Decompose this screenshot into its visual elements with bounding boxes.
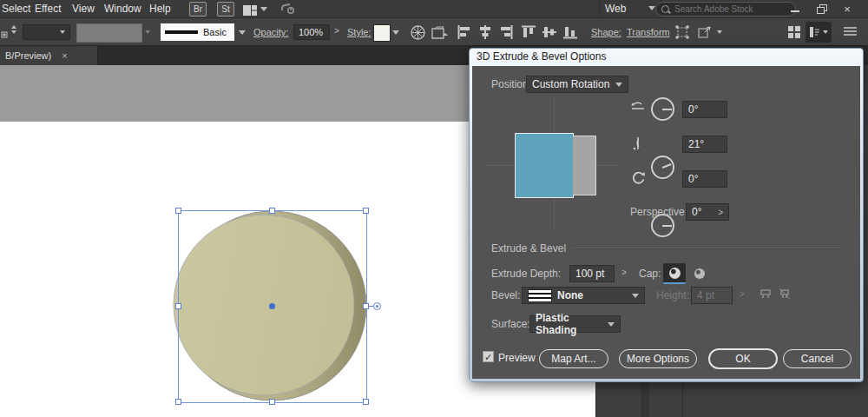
height-label: Height:	[656, 289, 689, 301]
minimize-button[interactable]	[786, 1, 805, 12]
menu-help[interactable]: Help	[149, 3, 171, 15]
arrange-documents-icon[interactable]	[788, 26, 800, 38]
step-down-icon	[11, 30, 16, 34]
menu-view[interactable]: View	[72, 3, 95, 15]
search-input[interactable]	[673, 3, 779, 15]
bevel-value: None	[557, 289, 583, 301]
align-right-icon[interactable]	[499, 25, 513, 39]
panel-menu-icon[interactable]	[844, 26, 857, 36]
stroke-chevron-icon[interactable]	[239, 30, 246, 35]
search-icon	[661, 5, 669, 13]
touch-workspace-icon[interactable]	[279, 3, 294, 18]
workspace-panel-button[interactable]	[806, 22, 832, 43]
cap-label: Cap:	[639, 268, 661, 280]
shape-label[interactable]: Shape:	[591, 27, 621, 37]
cancel-button[interactable]: Cancel	[783, 349, 852, 368]
workspace-layout-icon[interactable]	[243, 3, 257, 19]
selection-handle-sw[interactable]	[175, 399, 181, 405]
chevron-down-icon	[648, 6, 655, 10]
preview-checkbox[interactable]: ✓	[483, 351, 494, 362]
chevron-down-icon	[632, 294, 639, 298]
document-setup-icon[interactable]	[431, 26, 449, 39]
height-flyout-icon: >	[740, 289, 745, 299]
rotation-preview-area[interactable]	[488, 99, 620, 231]
menu-window[interactable]: Window	[104, 3, 141, 15]
opacity-label[interactable]: Opacity:	[253, 27, 288, 37]
chevron-down-icon[interactable]	[717, 30, 722, 34]
workspace-switcher-label: Web	[605, 3, 626, 15]
recolor-artwork-icon[interactable]	[411, 25, 425, 40]
stroke-style-dropdown[interactable]: Basic	[161, 23, 234, 41]
cap-hollow-button[interactable]	[688, 263, 711, 284]
rotate-y-dial[interactable]	[651, 156, 674, 179]
close-icon: ×	[844, 3, 851, 16]
isolate-selection-icon[interactable]	[698, 25, 713, 39]
selection-handle-e[interactable]	[363, 303, 369, 309]
align-horizontal-center-icon[interactable]	[478, 25, 492, 39]
graphic-style-swatch[interactable]	[373, 24, 391, 42]
height-field: 4 pt	[691, 287, 733, 304]
selection-center-point[interactable]	[269, 303, 275, 309]
chevron-down-icon	[615, 83, 622, 87]
rotate-y-field[interactable]: 21°	[682, 136, 727, 153]
bounding-box-icon[interactable]	[675, 25, 689, 39]
stock-button[interactable]: St	[217, 2, 234, 17]
selection-handle-ne[interactable]	[363, 208, 369, 214]
shape-widget-handle[interactable]	[373, 302, 381, 310]
step-up-icon	[11, 25, 16, 29]
opacity-field[interactable]: 100%	[293, 24, 330, 40]
selection-handle-se[interactable]	[363, 399, 369, 405]
chevron-down-icon	[608, 322, 615, 327]
position-dropdown[interactable]: Custom Rotation	[526, 76, 628, 93]
anchor-value-dropdown[interactable]	[23, 24, 70, 40]
selection-handle-s[interactable]	[269, 399, 275, 405]
menu-select[interactable]: Select	[2, 3, 30, 15]
style-chevron-icon[interactable]	[392, 30, 399, 35]
chevron-down-icon[interactable]	[145, 30, 150, 34]
preview-label: Preview	[498, 352, 536, 364]
workspace-switcher[interactable]: Web	[599, 0, 661, 17]
style-label[interactable]: Style:	[347, 27, 372, 37]
panel-layout-icon	[810, 26, 820, 38]
align-vertical-center-icon[interactable]	[542, 25, 556, 39]
bevel-label: Bevel:	[491, 289, 520, 301]
surface-dropdown[interactable]: Plastic Shading	[529, 315, 621, 333]
tab-close-icon[interactable]: ×	[62, 50, 67, 61]
extrude-depth-flyout-icon[interactable]: >	[621, 268, 627, 277]
fill-color-swatch[interactable]	[76, 23, 142, 43]
ok-button[interactable]: OK	[708, 348, 778, 369]
chevron-down-icon	[60, 30, 65, 34]
search-box[interactable]	[655, 2, 796, 17]
extrude-depth-field[interactable]: 100 pt	[569, 265, 615, 282]
perspective-flyout-icon[interactable]: >	[718, 208, 723, 217]
cap-solid-button[interactable]	[663, 263, 686, 284]
rotate-z-field[interactable]: 0°	[682, 170, 727, 188]
workspace-chevron-icon[interactable]	[260, 7, 267, 11]
anchor-stepper[interactable]	[11, 25, 16, 34]
align-top-icon[interactable]	[522, 25, 536, 39]
more-options-button[interactable]: More Options	[619, 349, 697, 368]
map-art-button[interactable]: Map Art...	[539, 349, 608, 368]
perspective-field[interactable]: 0° >	[686, 203, 729, 221]
selection-handle-w[interactable]	[175, 303, 181, 309]
opacity-flyout-icon[interactable]: >	[334, 26, 339, 36]
align-bottom-icon[interactable]	[563, 25, 577, 39]
stroke-preview-line	[165, 30, 198, 34]
illustrator-window: Select Effect View Window Help Br St Web…	[0, 0, 868, 417]
menu-effect[interactable]: Effect	[35, 3, 61, 15]
selection-handle-nw[interactable]	[175, 208, 181, 214]
chevron-down-icon	[823, 30, 828, 34]
rotate-x-field[interactable]: 0°	[682, 101, 727, 118]
bridge-button[interactable]: Br	[189, 2, 207, 17]
perspective-value: 0°	[692, 206, 701, 218]
stroke-style-label: Basic	[203, 27, 227, 37]
bevel-dropdown[interactable]: None	[522, 287, 645, 304]
rotate-x-dial[interactable]	[651, 97, 674, 121]
restore-button[interactable]	[812, 1, 831, 12]
transform-label[interactable]: Transform	[627, 27, 670, 37]
extrude-bevel-section: Extrude & Bevel	[491, 242, 843, 255]
document-tab[interactable]: B/Preview) ×	[0, 46, 98, 65]
selection-handle-n[interactable]	[269, 208, 275, 214]
align-left-icon[interactable]	[457, 25, 471, 39]
close-button[interactable]: ×	[838, 3, 857, 16]
